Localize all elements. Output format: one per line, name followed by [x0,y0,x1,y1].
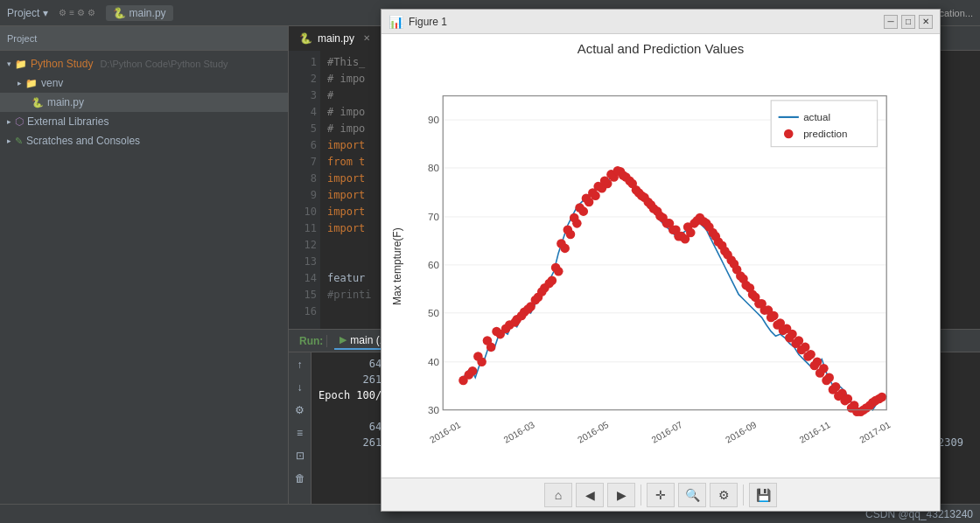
configure-button[interactable]: ⚙ [710,483,738,507]
chevron-right-icon3: ▸ [7,136,11,145]
tab-file-icon: 🐍 [299,32,312,45]
sidebar-item-project[interactable]: ▾ 📁 Python Study D:\Python Code\Python S… [0,54,288,73]
terminal-icon-clear[interactable]: ⊡ [291,447,309,464]
chart-main: 90 80 70 60 50 40 30 2016-01 2016-03 201… [406,63,933,471]
python-file-icon: 🐍 [32,97,44,108]
project-folder-icon: 📁 [15,59,27,70]
svg-point-89 [483,336,493,345]
toolbar-separator-1 [640,485,641,506]
line-numbers: 12345678910111213141516 [289,51,320,329]
svg-text:30: 30 [428,404,439,415]
run-label: Run: [299,335,323,347]
svg-point-139 [803,352,813,361]
figure-controls: ─ □ ✕ [884,15,933,29]
terminal-sidebar: ↑ ↓ ⚙ ≡ ⊡ 🗑 [289,352,312,504]
terminal-icon-up[interactable]: ↑ [291,356,309,373]
sidebar-item-scratches[interactable]: ▸ ✎ Scratches and Consoles [0,131,288,150]
svg-point-91 [501,324,511,333]
chevron-down-icon: ▾ [7,59,11,68]
terminal-icon-filter[interactable]: ≡ [291,424,309,442]
main-py-label: main.py [47,96,84,108]
active-tab[interactable]: 🐍 main.py [106,5,173,21]
project-path: D:\Python Code\Python Study [100,59,228,69]
sidebar-header-label: Project [7,33,37,44]
scratch-icon: ✎ [15,136,23,147]
svg-point-151 [878,393,887,402]
zoom-button[interactable]: 🔍 [678,483,706,507]
svg-point-99 [556,239,566,248]
scratches-label: Scratches and Consoles [26,135,140,147]
tab-label: main.py [130,7,166,19]
maximize-button[interactable]: □ [901,15,915,29]
tab-close-icon[interactable]: ✕ [363,33,370,43]
ext-lib-icon: ⬡ [15,115,24,128]
svg-point-120 [686,228,696,238]
svg-text:50: 50 [428,307,439,318]
chevron-right-icon: ▸ [18,79,22,87]
svg-point-97 [544,279,554,289]
venv-label: venv [41,77,63,89]
save-button[interactable]: 💾 [749,483,777,507]
separator: ⚙ ≡ ⚙ ⚙ [59,8,94,17]
svg-point-110 [625,176,634,185]
chart-svg: 90 80 70 60 50 40 30 2016-01 2016-03 201… [406,63,933,471]
sidebar-item-main-py[interactable]: 🐍 main.py [0,93,288,112]
close-button[interactable]: ✕ [919,15,933,29]
svg-point-129 [741,281,751,290]
home-button[interactable]: ⌂ [544,483,572,507]
venv-folder-icon: 📁 [25,78,38,89]
svg-point-94 [523,304,533,314]
y-axis-label: Max tempture(F) [388,63,406,471]
svg-point-100 [564,225,573,234]
figure-title: 📊 Figure 1 [388,15,447,29]
tab-icon: 🐍 [113,7,126,19]
toolbar-separator-2 [743,485,744,506]
minimize-button[interactable]: ─ [884,15,898,29]
sidebar-tree: ▾ 📁 Python Study D:\Python Code\Python S… [0,51,288,504]
svg-point-114 [649,204,659,213]
run-sidebar: Run: [296,335,327,347]
tab-main-py[interactable]: 🐍 main.py ✕ [289,26,382,51]
project-menu[interactable]: Project ▾ [7,7,48,19]
figure-icon: 📊 [388,15,403,29]
svg-text:60: 60 [428,259,439,270]
figure-body: Actual and Prediction Values Max temptur… [382,34,940,478]
run-icon: ▶ [340,334,346,345]
svg-point-135 [779,326,788,336]
sidebar-header: Project [0,26,288,51]
svg-point-115 [655,212,665,221]
project-label: Project [7,7,39,19]
svg-text:90: 90 [428,114,439,125]
svg-point-95 [531,296,541,305]
svg-point-90 [492,327,501,337]
svg-point-145 [840,396,850,406]
terminal-icon-down[interactable]: ↓ [291,379,309,396]
svg-point-142 [822,376,831,386]
project-chevron: ▾ [43,7,48,19]
svg-point-98 [551,263,561,273]
svg-point-123 [704,222,714,232]
svg-text:40: 40 [428,356,439,367]
svg-point-128 [736,271,746,281]
figure-window: 📊 Figure 1 ─ □ ✕ Actual and Prediction V… [381,9,941,512]
legend-prediction: prediction [803,128,847,139]
sidebar-item-venv[interactable]: ▸ 📁 venv [0,73,288,93]
terminal-icon-settings[interactable]: ⚙ [291,401,309,419]
pan-button[interactable]: ✛ [647,483,675,507]
svg-point-102 [575,203,584,213]
svg-point-133 [766,313,776,323]
svg-text:70: 70 [428,211,439,222]
svg-point-126 [723,250,732,260]
svg-rect-152 [771,101,877,147]
svg-point-101 [570,213,579,223]
terminal-icon-trash[interactable]: 🗑 [291,470,309,487]
project-name: Python Study [31,58,93,70]
svg-point-125 [718,241,727,250]
back-button[interactable]: ◀ [576,483,604,507]
svg-point-154 [784,129,794,139]
svg-point-127 [730,260,739,269]
svg-point-96 [537,287,547,296]
sidebar-item-external-libraries[interactable]: ▸ ⬡ External Libraries [0,112,288,131]
forward-button[interactable]: ▶ [607,483,635,507]
svg-point-124 [711,232,721,241]
